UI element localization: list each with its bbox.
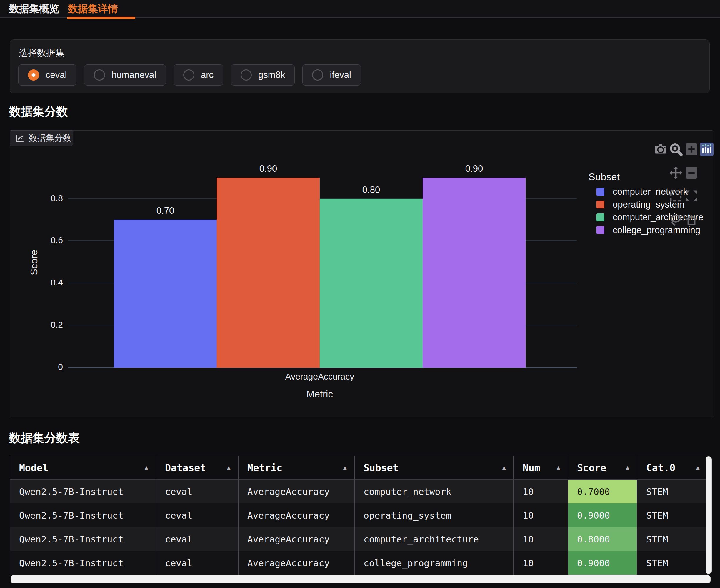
cell-num: 10 bbox=[514, 527, 568, 551]
radio-option-label: ceval bbox=[46, 70, 67, 80]
scores-table: Model▲Dataset▲Metric▲Subset▲Num▲Score▲Ca… bbox=[10, 456, 708, 575]
sort-ascending-icon: ▲ bbox=[556, 464, 561, 472]
legend-swatch bbox=[596, 201, 604, 208]
y-tick-label: 0 bbox=[10, 362, 63, 372]
cell-num: 10 bbox=[514, 551, 568, 575]
radio-circle bbox=[183, 69, 194, 81]
y-tick-label: 0.6 bbox=[10, 235, 63, 245]
cell-model: Qwen2.5-7B-Instruct bbox=[10, 503, 156, 527]
cell-metric: AverageAccuracy bbox=[238, 480, 354, 503]
radio-circle bbox=[28, 69, 39, 81]
column-header-subset[interactable]: Subset▲ bbox=[354, 456, 514, 480]
radio-option-label: ifeval bbox=[330, 70, 351, 80]
radio-option-label: humaneval bbox=[111, 70, 156, 80]
table-section-heading: 数据集分数表 bbox=[9, 430, 80, 446]
cell-dataset: ceval bbox=[156, 503, 238, 527]
cell-metric: AverageAccuracy bbox=[238, 551, 354, 575]
zoom-out-icon[interactable] bbox=[685, 166, 698, 180]
table-horizontal-scrollbar[interactable] bbox=[11, 575, 711, 583]
table-vertical-scrollbar[interactable] bbox=[705, 456, 712, 574]
table-row: Qwen2.5-7B-InstructcevalAverageAccuracyo… bbox=[10, 503, 707, 527]
column-header-label: Score bbox=[577, 462, 606, 474]
bar-value-label: 0.90 bbox=[423, 164, 526, 174]
column-header-label: Cat.0 bbox=[646, 462, 675, 474]
bar-computer_architecture bbox=[320, 199, 423, 368]
column-header-score[interactable]: Score▲ bbox=[568, 456, 637, 480]
radio-option-humaneval[interactable]: humaneval bbox=[84, 64, 166, 86]
radio-circle bbox=[94, 69, 105, 81]
column-header-metric[interactable]: Metric▲ bbox=[238, 456, 354, 480]
dataset-radio-group: cevalhumanevalarcgsm8kifeval bbox=[18, 64, 361, 86]
y-tick-label: 0.2 bbox=[10, 320, 63, 330]
cell-cat-0: STEM bbox=[637, 480, 707, 503]
column-header-num[interactable]: Num▲ bbox=[514, 456, 568, 480]
table-row: Qwen2.5-7B-InstructcevalAverageAccuracyc… bbox=[10, 527, 707, 551]
radio-option-gsm8k[interactable]: gsm8k bbox=[231, 64, 295, 86]
zoom-icon[interactable] bbox=[669, 143, 683, 156]
table-row: Qwen2.5-7B-InstructcevalAverageAccuracyc… bbox=[10, 551, 707, 575]
reset-axes-icon[interactable] bbox=[685, 213, 698, 227]
dataset-selector-label: 选择数据集 bbox=[19, 47, 64, 59]
tab-dataset-overview[interactable]: 数据集概览 bbox=[9, 0, 59, 18]
x-axis-title: Metric bbox=[114, 388, 526, 400]
bar-value-label: 0.70 bbox=[114, 206, 217, 216]
x-tick-label: AverageAccuracy bbox=[114, 372, 526, 382]
cell-dataset: ceval bbox=[156, 551, 238, 575]
cell-subset: computer_architecture bbox=[354, 527, 514, 551]
cell-model: Qwen2.5-7B-Instruct bbox=[10, 551, 156, 575]
column-header-label: Metric bbox=[247, 462, 282, 474]
table-row: Qwen2.5-7B-InstructcevalAverageAccuracyc… bbox=[10, 480, 707, 503]
dataset-selector-card: 选择数据集 cevalhumanevalarcgsm8kifeval bbox=[10, 39, 710, 93]
column-header-cat-0[interactable]: Cat.0▲ bbox=[637, 456, 707, 480]
column-header-label: Dataset bbox=[165, 462, 206, 474]
cell-dataset: ceval bbox=[156, 480, 238, 503]
lasso-icon[interactable] bbox=[669, 213, 683, 227]
camera-icon[interactable] bbox=[654, 143, 667, 156]
tab-dataset-detail[interactable]: 数据集详情 bbox=[68, 0, 118, 18]
legend-swatch bbox=[596, 226, 604, 234]
radio-option-arc[interactable]: arc bbox=[173, 64, 223, 86]
sort-ascending-icon: ▲ bbox=[696, 464, 700, 472]
pan-icon[interactable] bbox=[669, 166, 683, 180]
plotly-logo-icon[interactable] bbox=[700, 143, 714, 156]
cell-num: 10 bbox=[514, 503, 568, 527]
legend-swatch bbox=[596, 188, 604, 196]
box-select-icon[interactable] bbox=[669, 189, 683, 203]
y-tick-label: 0.4 bbox=[10, 277, 63, 288]
cell-model: Qwen2.5-7B-Instruct bbox=[10, 480, 156, 503]
bar-value-label: 0.80 bbox=[320, 185, 423, 195]
radio-option-ifeval[interactable]: ifeval bbox=[302, 64, 361, 86]
cell-score: 0.7000 bbox=[568, 480, 637, 503]
cell-score: 0.8000 bbox=[568, 527, 637, 551]
cell-subset: college_programming bbox=[354, 551, 514, 575]
sort-ascending-icon: ▲ bbox=[502, 464, 506, 472]
radio-circle bbox=[312, 69, 323, 81]
cell-model: Qwen2.5-7B-Instruct bbox=[10, 527, 156, 551]
cell-metric: AverageAccuracy bbox=[238, 503, 354, 527]
zoom-in-icon[interactable] bbox=[685, 143, 698, 156]
bar-value-label: 0.90 bbox=[217, 164, 320, 174]
column-header-label: Subset bbox=[364, 462, 398, 474]
sort-ascending-icon: ▲ bbox=[343, 464, 347, 472]
radio-option-ceval[interactable]: ceval bbox=[18, 64, 77, 86]
radio-option-label: gsm8k bbox=[258, 70, 285, 80]
sort-ascending-icon: ▲ bbox=[144, 464, 148, 472]
column-header-model[interactable]: Model▲ bbox=[10, 456, 156, 480]
sort-ascending-icon: ▲ bbox=[625, 464, 630, 472]
cell-cat-0: STEM bbox=[637, 503, 707, 527]
cell-dataset: ceval bbox=[156, 527, 238, 551]
cell-cat-0: STEM bbox=[637, 527, 707, 551]
column-header-label: Model bbox=[19, 462, 48, 474]
cell-cat-0: STEM bbox=[637, 551, 707, 575]
cell-subset: operating_system bbox=[354, 503, 514, 527]
chart-card: 数据集分数 Score AverageAccuracy Metric Subse… bbox=[10, 130, 713, 418]
autoscale-icon[interactable] bbox=[685, 189, 698, 203]
bar-computer_network bbox=[114, 219, 217, 368]
y-tick-label: 0.8 bbox=[10, 193, 63, 203]
legend-swatch bbox=[596, 213, 604, 222]
cell-score: 0.9000 bbox=[568, 503, 637, 527]
active-tab-underline bbox=[67, 17, 135, 19]
column-header-dataset[interactable]: Dataset▲ bbox=[156, 456, 238, 480]
radio-circle bbox=[241, 69, 252, 81]
chart-section-heading: 数据集分数 bbox=[9, 104, 68, 120]
